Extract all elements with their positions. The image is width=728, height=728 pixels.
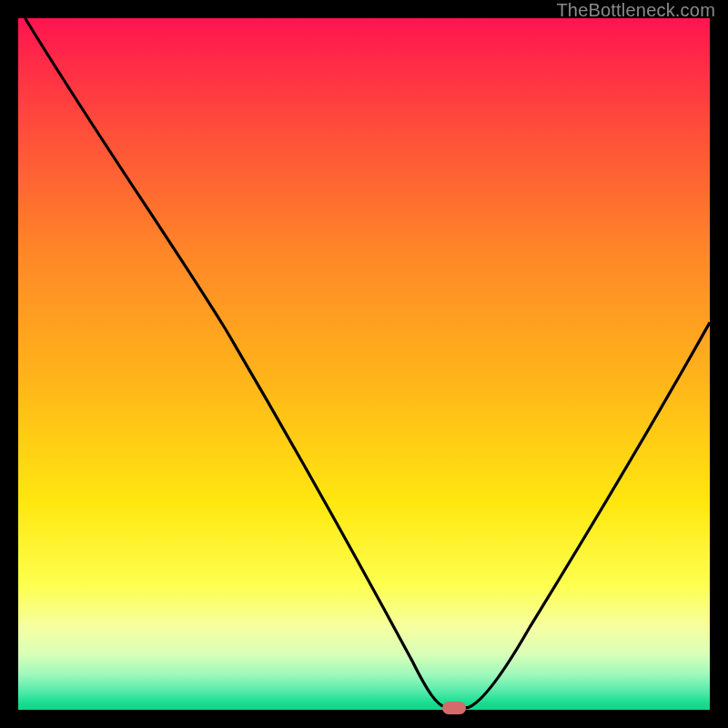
chart-frame: TheBottleneck.com <box>18 18 710 710</box>
plot-area <box>18 18 710 710</box>
bottleneck-curve <box>18 18 710 710</box>
minimum-marker <box>442 702 466 714</box>
curve-path <box>25 18 710 708</box>
